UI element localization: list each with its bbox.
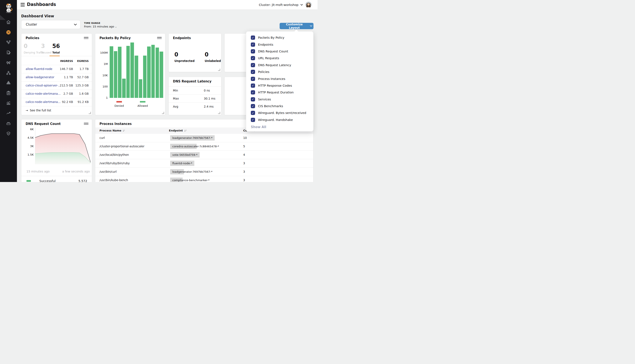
shield-check-icon[interactable] bbox=[6, 131, 11, 136]
network-molecule-icon[interactable] bbox=[6, 60, 11, 65]
menu-item-label: DNS Request Count bbox=[258, 50, 288, 53]
checkbox-checked-icon[interactable] bbox=[251, 97, 255, 102]
home-icon[interactable] bbox=[6, 20, 11, 25]
x-axis-label-start: 15 minutes ago bbox=[27, 170, 50, 173]
calico-cat-logo[interactable] bbox=[5, 3, 13, 13]
bar bbox=[114, 51, 117, 98]
archive-box-icon[interactable] bbox=[6, 121, 11, 126]
bar bbox=[139, 79, 142, 98]
menu-item-checkbox[interactable]: DNS Request Latency bbox=[246, 62, 313, 68]
process-table-body: curlloadgenerator-7697bb7567-*10/cluster… bbox=[95, 134, 313, 182]
policy-row: allow-fluentd-node146.7 GB1.7 TB bbox=[21, 65, 92, 73]
checkbox-checked-icon[interactable] bbox=[251, 36, 255, 40]
menu-item-checkbox[interactable]: Services bbox=[246, 96, 313, 103]
bar bbox=[118, 47, 121, 98]
legend-swatch-denied bbox=[116, 101, 122, 102]
view-select[interactable]: Cluster bbox=[21, 20, 80, 29]
checkbox-checked-icon[interactable] bbox=[251, 111, 255, 115]
process-row: /cluster-proportional-autoscalercoredns-… bbox=[95, 142, 313, 151]
policies-table: INGRESS EGRESS allow-fluentd-node146.7 G… bbox=[21, 57, 92, 115]
resize-handle[interactable] bbox=[218, 69, 220, 71]
menu-item-checkbox[interactable]: Wireguard. Bytes sent/received bbox=[246, 110, 313, 116]
compliance-clipboard-icon[interactable] bbox=[6, 90, 11, 96]
top-bar: Dashboards Cluster: jlt-msft-workshop bbox=[0, 0, 317, 10]
active-tab-underline bbox=[50, 56, 60, 56]
stat-total[interactable]: 56 Total bbox=[52, 43, 60, 54]
show-all-link[interactable]: Show All bbox=[251, 125, 266, 129]
service-graph-icon[interactable] bbox=[6, 40, 11, 45]
menu-caret bbox=[294, 30, 298, 32]
cluster-selector-label: Cluster: jlt-msft-workshop bbox=[259, 3, 298, 6]
hamburger-menu-icon[interactable] bbox=[21, 3, 25, 6]
process-name: /usr/bin/kube-bench bbox=[99, 178, 128, 182]
checkbox-checked-icon[interactable] bbox=[251, 56, 255, 60]
endpoints-card: Endpoints 0 Unprotected 0 Unlabeled bbox=[168, 34, 222, 72]
bar bbox=[156, 48, 159, 98]
sort-icon bbox=[184, 129, 187, 132]
process-row: /usr/bin/curlloadgenerator-7697bb7567-*3 bbox=[95, 168, 313, 176]
active-nav-notch bbox=[0, 15, 6, 20]
checkbox-checked-icon[interactable] bbox=[251, 63, 255, 67]
menu-item-checkbox[interactable]: Process Instances bbox=[246, 75, 313, 82]
menu-item-checkbox[interactable]: Wireguard. Handshake bbox=[246, 116, 313, 123]
col-header-process-name[interactable]: Process Name bbox=[99, 129, 125, 132]
nodes-cluster-icon[interactable] bbox=[6, 80, 11, 86]
menu-item-checkbox[interactable]: Packets By Policy bbox=[246, 34, 313, 41]
resize-handle[interactable] bbox=[218, 112, 220, 114]
area-chart bbox=[35, 127, 91, 164]
bar bbox=[147, 46, 151, 98]
checkbox-checked-icon[interactable] bbox=[251, 49, 255, 54]
menu-item-checkbox[interactable]: DNS Request Count bbox=[246, 48, 313, 55]
dashboard-gauge-icon[interactable] bbox=[6, 30, 11, 35]
stat-unused[interactable]: 3 Unused bbox=[41, 43, 51, 54]
menu-item-label: CIS Benchmarks bbox=[258, 104, 283, 108]
policy-row: calico-node-alertmana…2.7 GB1.6 GB bbox=[21, 90, 92, 98]
drag-handle-icon[interactable] bbox=[84, 37, 88, 40]
checkbox-checked-icon[interactable] bbox=[251, 118, 255, 122]
menu-item-checkbox[interactable]: HTTP Request Duration bbox=[246, 89, 313, 96]
menu-item-checkbox[interactable]: HTTP Response Codes bbox=[246, 82, 313, 89]
menu-item-checkbox[interactable]: URL Requests bbox=[246, 55, 313, 62]
egress-value: 125.3 GB bbox=[70, 84, 89, 87]
resize-handle[interactable] bbox=[162, 112, 164, 114]
resize-handle[interactable] bbox=[89, 112, 91, 114]
menu-item-checkbox[interactable]: Endpoints bbox=[246, 41, 313, 48]
cluster-selector[interactable]: Cluster: jlt-msft-workshop bbox=[259, 3, 303, 6]
activity-chart-icon[interactable] bbox=[6, 100, 11, 106]
chevron-down-icon bbox=[74, 24, 77, 26]
policy-name-link[interactable]: allow-loadgenerator bbox=[26, 76, 54, 79]
table-row: Min0 ns bbox=[169, 86, 221, 94]
checkbox-checked-icon[interactable] bbox=[251, 104, 255, 108]
checkbox-checked-icon[interactable] bbox=[251, 42, 255, 47]
customize-layout-button[interactable]: Customize Layout bbox=[280, 23, 313, 29]
col-header-endpoint[interactable]: Endpoint bbox=[169, 129, 187, 132]
menu-item-checkbox[interactable]: Policies bbox=[246, 68, 313, 75]
process-name: /cluster-proportional-autoscaler bbox=[99, 144, 144, 148]
checkbox-checked-icon[interactable] bbox=[251, 77, 255, 81]
count-value: 3 bbox=[243, 162, 245, 165]
legend-allowed[interactable]: Allowed bbox=[137, 101, 148, 108]
checkbox-checked-icon[interactable] bbox=[251, 70, 255, 74]
policies-edit-icon[interactable] bbox=[6, 50, 11, 55]
menu-item-label: Packets By Policy bbox=[258, 36, 284, 39]
egress-value: 91.2 KB bbox=[70, 100, 89, 104]
dns-request-count-card: DNS Request Count 6K4.5K3K1.5K 15 minute… bbox=[21, 119, 92, 182]
dashboard-view-heading: Dashboard View bbox=[21, 14, 54, 18]
process-row: /var/lib/ruby/bin/rubyfluentd-node-*3 bbox=[95, 159, 313, 168]
legend-denied[interactable]: Denied bbox=[113, 101, 125, 108]
process-row: /usr/local/bin/pythonvote-5655bd759-*4 bbox=[95, 151, 313, 159]
policy-name-link[interactable]: allow-fluentd-node bbox=[26, 67, 52, 70]
count-value: 3 bbox=[243, 178, 245, 182]
time-range-value[interactable]: From: 15 minutes ago ⌄ bbox=[84, 25, 117, 28]
menu-item-checkbox[interactable]: CIS Benchmarks bbox=[246, 103, 313, 110]
avatar[interactable] bbox=[305, 2, 312, 8]
drag-handle-icon[interactable] bbox=[84, 123, 88, 126]
checkbox-checked-icon[interactable] bbox=[251, 90, 255, 94]
drag-handle-icon[interactable] bbox=[157, 37, 162, 40]
legend-swatch-successful bbox=[27, 180, 31, 182]
checkbox-checked-icon[interactable] bbox=[251, 84, 255, 88]
count-value: 4 bbox=[243, 153, 245, 156]
hierarchy-icon[interactable] bbox=[6, 70, 11, 76]
see-full-list-link[interactable]: → See the full list bbox=[26, 109, 51, 112]
trend-arrow-icon[interactable] bbox=[6, 111, 11, 116]
